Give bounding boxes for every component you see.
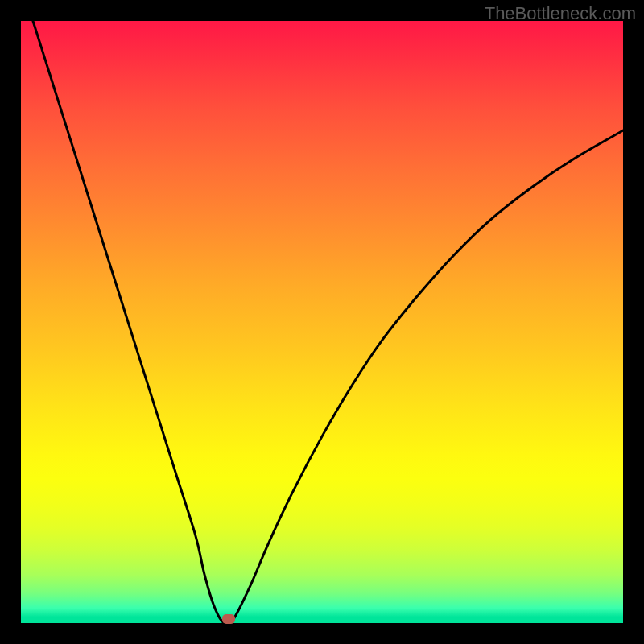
optimum-marker (222, 614, 235, 624)
bottleneck-curve (21, 21, 623, 623)
chart-plot-area (21, 21, 623, 623)
attribution-text: TheBottleneck.com (485, 3, 636, 24)
